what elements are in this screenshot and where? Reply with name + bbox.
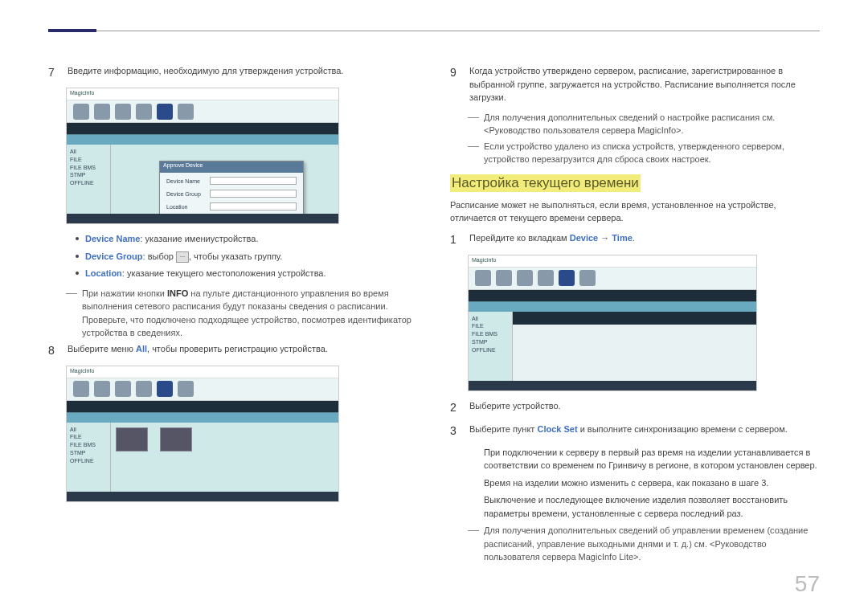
toolbar-icon	[115, 104, 131, 120]
time-sub-bullets: При подключении к серверу в первый раз в…	[477, 446, 820, 521]
toolbar-icon	[579, 270, 596, 286]
bullet-dot	[76, 255, 79, 258]
bullet-device-group: Device Group: выбор ···, чтобы указать г…	[76, 250, 418, 264]
toolbar-icon	[115, 381, 131, 397]
toolbar-icon	[178, 381, 194, 397]
ss-toolbar	[67, 100, 338, 123]
text: : указание текущего местоположения устро…	[122, 268, 326, 278]
ss-main	[111, 423, 338, 492]
label: Device Group	[85, 251, 143, 261]
right-column: 9 Когда устройство утверждено сервером, …	[450, 64, 820, 566]
ss-toolbar	[67, 378, 338, 401]
text: Время на изделии можно изменить с сервер…	[484, 476, 768, 490]
device-thumbnail	[160, 427, 192, 452]
ss-body: AllFILEFILE BMSSTMPOFFLINE Approve Devic…	[67, 145, 338, 214]
toolbar-icon	[178, 104, 194, 120]
toolbar-icon	[73, 104, 89, 120]
time-label: Time	[612, 233, 632, 243]
text: Если устройство удалено из списка устрой…	[484, 140, 820, 166]
ss-brand: MagicInfo	[469, 255, 756, 268]
ss-body: AllFILEFILE BMSSTMPOFFLINE	[67, 423, 338, 492]
note-time-management: ― Для получения дополнительных сведений …	[468, 524, 820, 564]
toolbar-icon	[475, 270, 491, 286]
browse-button-icon: ···	[176, 251, 189, 263]
ss-tabbar	[469, 301, 756, 313]
time-intro: Расписание может не выполняться, если вр…	[450, 198, 820, 225]
ss-main	[513, 312, 756, 381]
text: .	[633, 233, 635, 243]
step-number: 3	[450, 423, 461, 439]
toolbar-icon	[496, 270, 512, 286]
label: Location	[85, 268, 122, 278]
toolbar-icon	[136, 104, 152, 120]
text: : указание имениустройства.	[141, 234, 259, 243]
ss-menubar	[67, 401, 338, 412]
toolbar-icon	[538, 270, 554, 286]
step-7: 7 Введите информацию, необходимую для ут…	[48, 64, 418, 81]
step-8: 8 Выберите меню All, чтобы проверить рег…	[48, 342, 418, 359]
text: При подключении к серверу в первый раз в…	[484, 446, 820, 472]
step-number: 9	[450, 64, 461, 104]
step-number: 8	[48, 342, 59, 359]
time-step-3: 3 Выберите пункт Clock Set и выполните с…	[450, 423, 820, 439]
header-rule	[48, 31, 820, 31]
device-thumbnail	[116, 427, 148, 452]
text: Для получения дополнительных сведений об…	[484, 524, 820, 564]
text: : выбор	[143, 251, 176, 261]
screenshot-device-time: MagicInfo AllFILEFILE BMSSTMPOFFLINE	[468, 255, 757, 391]
ss-body: AllFILEFILE BMSSTMPOFFLINE	[469, 312, 756, 381]
toolbar-icon	[94, 381, 110, 397]
text: и выполните синхронизацию времени с серв…	[578, 424, 788, 434]
ss-sidebar: AllFILEFILE BMSSTMPOFFLINE	[67, 423, 111, 492]
ss-main: Approve Device Device Name Device Group …	[111, 145, 338, 214]
bullet-dot	[76, 237, 79, 240]
dash-icon: ―	[468, 140, 479, 166]
text: , чтобы указать группу.	[189, 251, 282, 261]
dialog-header: Approve Device	[160, 161, 303, 173]
screenshot-all-devices: MagicInfo AllFILEFILE BMSSTMPOFFLINE	[66, 366, 339, 502]
dash-icon: ―	[468, 524, 479, 564]
label: Device Name	[85, 234, 141, 243]
text: Выберите пункт	[469, 424, 537, 434]
toolbar-icon	[559, 270, 575, 286]
dash-icon: ―	[66, 287, 77, 340]
ss-menubar	[469, 290, 756, 301]
bullet-location: Location: указание текущего местоположен…	[76, 267, 418, 280]
text: При нажатии кнопки	[82, 288, 167, 298]
ss-tabbar	[67, 134, 338, 145]
time-step-1: 1 Перейдите ко вкладкам Device → Time.	[450, 231, 820, 248]
screenshot-approve-device: MagicInfo AllFILEFILE BMSSTMPOFFLINE App…	[66, 88, 339, 224]
text: , чтобы проверить регистрацию устройства…	[147, 344, 328, 353]
toolbar-icon	[94, 104, 110, 120]
ss-menubar	[67, 123, 338, 134]
ss-toolbar	[469, 268, 756, 290]
sub-bullet: При подключении к серверу в первый раз в…	[477, 446, 820, 472]
step-number: 2	[450, 399, 461, 416]
all-label: All	[136, 344, 147, 353]
step-number: 7	[48, 64, 59, 81]
text: →	[598, 233, 612, 243]
note-device-removed: ― Если устройство удалено из списка устр…	[468, 140, 820, 166]
info-label: INFO	[167, 288, 188, 298]
header-accent	[48, 29, 96, 32]
ss-sidebar: AllFILEFILE BMSSTMPOFFLINE	[67, 145, 111, 214]
toolbar-icon	[73, 381, 89, 397]
clock-set-label: Clock Set	[537, 424, 577, 434]
ss-sidebar: AllFILEFILE BMSSTMPOFFLINE	[469, 312, 513, 381]
toolbar-icon	[157, 104, 173, 120]
sub-bullet: Время на изделии можно изменить с сервер…	[477, 476, 820, 490]
step-9: 9 Когда устройство утверждено сервером, …	[450, 64, 820, 104]
ss-footer	[469, 381, 756, 390]
note-info-button: ― При нажатии кнопки INFO на пульте дист…	[66, 287, 418, 340]
time-step-2: 2 Выберите устройство.	[450, 399, 820, 416]
toolbar-icon	[157, 381, 173, 397]
ss-brand: MagicInfo	[67, 366, 338, 378]
ss-footer	[67, 492, 338, 501]
left-column: 7 Введите информацию, необходимую для ут…	[48, 64, 418, 566]
section-heading-time-setup: Настройка текущего времени	[450, 174, 820, 192]
toolbar-icon	[517, 270, 533, 286]
page-number: 57	[795, 571, 820, 597]
ss-tabbar	[67, 412, 338, 423]
text: Выключение и последующее включение издел…	[484, 493, 820, 520]
text: Выберите меню	[68, 344, 136, 353]
